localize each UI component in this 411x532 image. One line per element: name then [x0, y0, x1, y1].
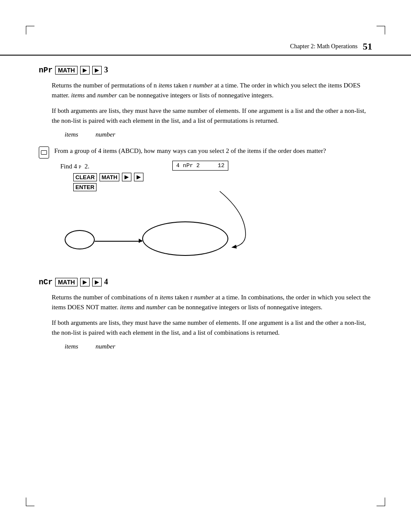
- main-content: nPr MATH ▶ ▶ 3 Returns the number of per…: [39, 56, 372, 358]
- ncr-desc1: Returns the number of combinations of n …: [52, 292, 372, 313]
- npr-number: 3: [104, 65, 108, 75]
- npr-example-block: From a group of 4 items (ABCD), how many…: [39, 146, 372, 159]
- chapter-label: Chapter 2: Math Operations: [290, 43, 358, 50]
- npr-items-italic2: items: [71, 92, 85, 99]
- arr1-key-seq[interactable]: ▶: [122, 173, 131, 181]
- npr-example-text: From a group of 4 items (ABCD), how many…: [54, 146, 326, 156]
- calc-screen: [41, 150, 47, 155]
- corner-mark-top-left: [26, 26, 34, 34]
- npr-syntax: items number: [65, 131, 372, 138]
- npr-number-italic1: number: [193, 82, 213, 89]
- ncr-code: nCr: [39, 278, 53, 286]
- page: Chapter 2: Math Operations 51 nPr MATH ▶…: [0, 0, 411, 532]
- arr2-key-seq[interactable]: ▶: [134, 173, 143, 181]
- npr-desc1: Returns the number of permutations of n …: [52, 81, 372, 101]
- math-key-npr[interactable]: MATH: [55, 66, 77, 75]
- npr-number-italic2: number: [97, 92, 117, 99]
- ncr-number: 4: [104, 277, 108, 286]
- arrow2-key-ncr[interactable]: ▶: [92, 278, 102, 286]
- math-key-seq[interactable]: MATH: [100, 173, 120, 181]
- npr-diagram: [60, 196, 372, 269]
- npr-find-line: Find 4 P 2. 4 nPr 2 12: [60, 163, 372, 170]
- npr-screen-display: 4 nPr 2 12: [172, 161, 228, 171]
- npr-syntax-items: items: [65, 131, 78, 138]
- ncr-syntax-number: number: [96, 343, 115, 350]
- npr-desc2: If both arguments are lists, they must h…: [52, 106, 372, 126]
- enter-key[interactable]: ENTER: [73, 183, 97, 191]
- npr-code: nPr: [39, 66, 53, 75]
- math-key-ncr[interactable]: MATH: [55, 278, 77, 286]
- ncr-syntax: items number: [65, 343, 372, 350]
- arrow2-key-npr[interactable]: ▶: [92, 66, 102, 75]
- arrow1-key-ncr[interactable]: ▶: [80, 278, 90, 286]
- page-header: Chapter 2: Math Operations 51: [0, 41, 411, 56]
- ncr-syntax-items: items: [65, 343, 78, 350]
- npr-find-subscript: P: [79, 165, 81, 169]
- arrow-line: [95, 241, 142, 242]
- npr-heading: nPr MATH ▶ ▶ 3: [39, 65, 372, 75]
- corner-mark-top-right: [377, 26, 385, 34]
- npr-screen-right: 12: [218, 162, 224, 169]
- page-number: 51: [363, 41, 372, 52]
- curved-arrow-svg: [194, 178, 280, 247]
- corner-mark-bottom-right: [377, 498, 385, 506]
- ncr-number-italic2: number: [146, 304, 166, 311]
- npr-items-italic1: items: [159, 82, 172, 89]
- arrow1-key-npr[interactable]: ▶: [80, 66, 90, 75]
- npr-find-area: Find 4 P 2. 4 nPr 2 12 CLEAR MATH ▶ ▶ EN…: [39, 163, 372, 269]
- npr-find-number: 2.: [84, 163, 89, 170]
- npr-syntax-number: number: [96, 131, 115, 138]
- ncr-desc2: If both arguments are lists, they must h…: [52, 318, 372, 338]
- ncr-heading: nCr MATH ▶ ▶ 4: [39, 277, 372, 286]
- ncr-items-italic1: items: [159, 294, 173, 301]
- small-oval: [65, 230, 95, 249]
- corner-mark-bottom-left: [26, 498, 34, 506]
- clear-key[interactable]: CLEAR: [73, 173, 97, 181]
- npr-find-text: Find 4: [60, 163, 77, 170]
- npr-screen-left: 4 nPr 2: [176, 162, 200, 169]
- ncr-number-italic1: number: [194, 294, 214, 301]
- ncr-items-italic2: items: [120, 304, 134, 311]
- calculator-icon: [39, 146, 49, 159]
